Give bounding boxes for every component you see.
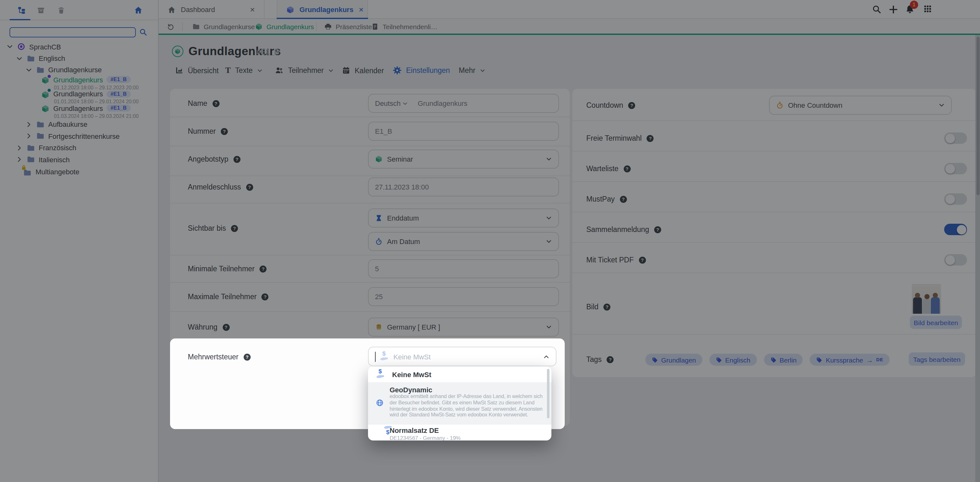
dropdown-scrollbar-thumb[interactable] xyxy=(547,369,549,418)
hand-dollar-icon: $ xyxy=(375,369,386,379)
help-icon[interactable]: ? xyxy=(243,354,251,360)
mehrwertsteuer-combobox[interactable]: $ Keine MwSt xyxy=(368,347,557,366)
text-cursor xyxy=(375,352,375,362)
mehrwertsteuer-dropdown: $ Keine MwSt GeoDynamic edoobox ermittel… xyxy=(368,366,551,441)
field-label-mehrwertsteuer: Mehrwertsteuer? xyxy=(188,353,251,361)
globe-icon xyxy=(375,399,384,407)
option-normalsatz-de[interactable]: $ Normalsatz DE DE1234567 - Germany - 19… xyxy=(368,425,551,441)
app-window: SprachCB Englisch Grundlagenkurse Grundl… xyxy=(0,0,980,482)
combobox-placeholder: Keine MwSt xyxy=(393,353,431,360)
chevron-up-icon[interactable] xyxy=(543,354,549,360)
option-geodynamic[interactable]: GeoDynamic edoobox ermittelt anhand der … xyxy=(368,382,551,425)
hand-dollar-icon: $ xyxy=(379,352,390,362)
option-keine-mwst[interactable]: $ Keine MwSt xyxy=(368,366,551,382)
